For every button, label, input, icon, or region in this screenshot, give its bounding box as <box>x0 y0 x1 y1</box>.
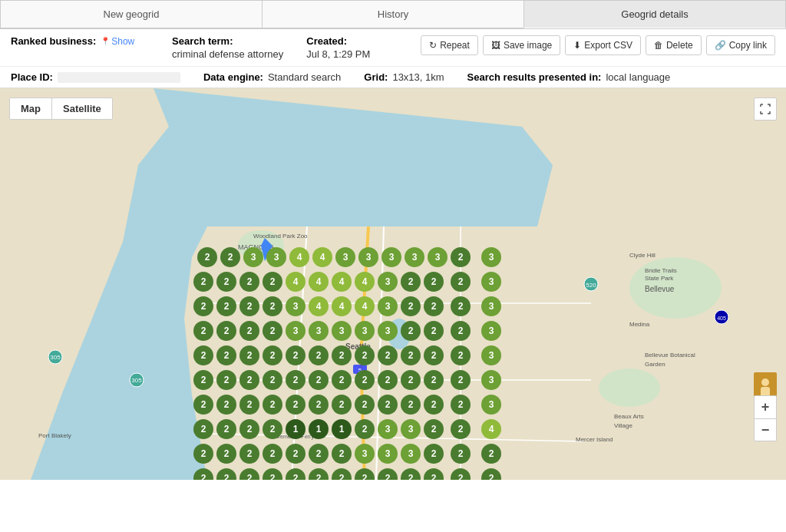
image-icon: 🖼 <box>491 40 500 51</box>
svg-text:Bellevue: Bellevue <box>645 285 675 293</box>
satellite-button[interactable]: Satellite <box>51 98 112 119</box>
svg-marker-3 <box>184 226 599 480</box>
link-icon: 🔗 <box>715 40 726 51</box>
svg-text:Village: Village <box>614 422 632 429</box>
tab-history[interactable]: History <box>262 0 523 28</box>
show-link[interactable]: Show <box>101 36 134 47</box>
svg-text:Seattle: Seattle <box>345 342 371 351</box>
created-value: Jul 8, 1:29 PM <box>306 48 398 60</box>
svg-text:State Park: State Park <box>645 275 674 282</box>
map-type-control: Map Satellite <box>9 97 113 120</box>
info-bar-bottom: Place ID: Data engine: Standard search G… <box>0 67 786 88</box>
search-results-value: local language <box>606 71 670 83</box>
action-buttons: ↻ Repeat 🖼 Save image ⬇ Export CSV 🗑 Del… <box>421 35 775 55</box>
svg-text:Clyde Hill: Clyde Hill <box>629 252 656 259</box>
ranked-business-section: Ranked business: Show <box>11 35 172 50</box>
zoom-controls: + − <box>754 395 777 441</box>
grid-value: 13x13, 1km <box>392 71 444 83</box>
trash-icon: 🗑 <box>654 40 663 51</box>
download-icon: ⬇ <box>573 40 581 51</box>
place-id-label: Place ID: <box>11 71 53 83</box>
search-term-label: Search term: <box>172 35 283 47</box>
grid-section: Grid: 13x13, 1km <box>364 71 444 83</box>
zoom-in-button[interactable]: + <box>754 395 777 418</box>
svg-text:Beaux Arts: Beaux Arts <box>614 413 644 420</box>
place-id-value-placeholder <box>58 72 180 83</box>
data-engine-value: Standard search <box>268 71 341 83</box>
tab-new-geogrid[interactable]: New geogrid <box>0 0 262 28</box>
svg-point-13 <box>388 319 411 349</box>
svg-text:305: 305 <box>50 354 61 361</box>
save-image-button[interactable]: 🖼 Save image <box>483 35 560 55</box>
place-id-section: Place ID: <box>11 71 180 83</box>
export-csv-button[interactable]: ⬇ Export CSV <box>565 35 641 55</box>
fullscreen-icon <box>760 104 771 114</box>
info-bar-top: Ranked business: Show Search term: crimi… <box>0 29 786 67</box>
search-results-label: Search results presented in: <box>467 71 602 83</box>
svg-text:405: 405 <box>717 316 726 321</box>
repeat-button[interactable]: ↻ Repeat <box>421 35 478 55</box>
data-engine-section: Data engine: Standard search <box>203 71 341 83</box>
svg-text:Garden: Garden <box>645 361 665 368</box>
copy-link-button[interactable]: 🔗 Copy link <box>706 35 775 55</box>
created-label: Created: <box>306 35 398 47</box>
delete-button[interactable]: 🗑 Delete <box>646 35 702 55</box>
tab-geogrid-details[interactable]: Geogrid details <box>523 0 786 28</box>
svg-text:Medina: Medina <box>629 321 650 328</box>
svg-point-11 <box>629 257 722 319</box>
svg-text:Bellevue Botanical: Bellevue Botanical <box>645 352 695 359</box>
svg-text:Bremerton Ferry: Bremerton Ferry <box>275 434 314 440</box>
search-term-col: Search term: criminal defense attorney <box>172 35 283 60</box>
map-background: MAGNOLIA Seattle Bellevue Woodland Park … <box>0 88 786 480</box>
fullscreen-button[interactable] <box>754 97 777 121</box>
zoom-out-button[interactable]: − <box>754 418 777 441</box>
svg-text:5: 5 <box>358 367 362 374</box>
svg-text:305: 305 <box>131 377 142 384</box>
map-button[interactable]: Map <box>10 98 51 119</box>
grid-label: Grid: <box>364 71 388 83</box>
tabs-bar: New geogrid History Geogrid details <box>0 0 786 29</box>
search-results-section: Search results presented in: local langu… <box>467 71 671 83</box>
info-columns: Search term: criminal defense attorney C… <box>172 35 421 60</box>
created-col: Created: Jul 8, 1:29 PM <box>306 35 398 60</box>
repeat-icon: ↻ <box>429 40 437 51</box>
search-term-value: criminal defense attorney <box>172 48 283 60</box>
svg-text:Woodland Park Zoo: Woodland Park Zoo <box>253 233 308 240</box>
svg-text:Bridle Trails: Bridle Trails <box>645 267 677 274</box>
svg-text:520: 520 <box>586 282 596 289</box>
ranked-business-label: Ranked business: <box>11 35 96 47</box>
data-engine-label: Data engine: <box>203 71 263 83</box>
svg-point-12 <box>599 368 660 407</box>
map-container[interactable]: MAGNOLIA Seattle Bellevue Woodland Park … <box>0 88 786 480</box>
svg-text:Mercer Island: Mercer Island <box>576 436 613 443</box>
svg-point-41 <box>761 378 769 386</box>
svg-text:Port Blakely: Port Blakely <box>38 432 71 439</box>
